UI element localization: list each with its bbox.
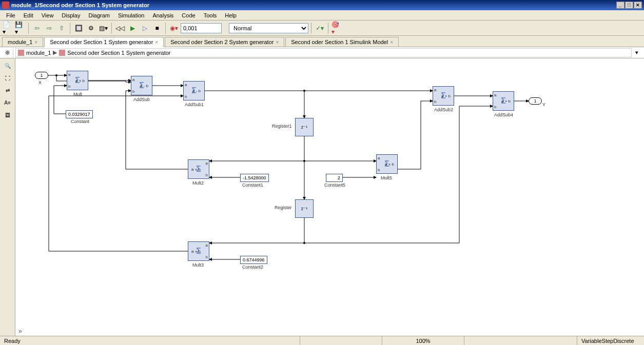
menu-view[interactable]: View xyxy=(37,11,58,19)
menu-simulation[interactable]: Simulation xyxy=(114,11,148,19)
close-icon[interactable]: × xyxy=(34,39,37,45)
model-icon xyxy=(18,50,24,56)
close-icon[interactable]: × xyxy=(155,39,158,45)
minimize-button[interactable]: _ xyxy=(616,2,625,9)
title-bar: module_1/Second oder Section 1 System ge… xyxy=(0,0,644,10)
inport-label: X xyxy=(38,80,42,85)
block-register1[interactable]: z⁻¹ xyxy=(295,118,314,136)
library-browser-button[interactable]: 🔲 xyxy=(73,23,84,34)
chevron-right-icon: ▶ xyxy=(53,49,57,56)
block-addsub2[interactable]: a b Σ a + b xyxy=(433,86,454,106)
save-button[interactable]: 💾▾ xyxy=(14,23,26,34)
stop-button[interactable]: ■ xyxy=(151,23,163,34)
block-mult3[interactable]: a b Σ a × b xyxy=(188,241,209,261)
app-icon xyxy=(2,2,9,9)
status-bar: Ready 100% VariableStepDiscrete xyxy=(0,336,644,345)
svg-point-2 xyxy=(303,90,305,92)
window-title: module_1/Second oder Section 1 System ge… xyxy=(11,2,616,8)
menu-diagram[interactable]: Diagram xyxy=(84,11,114,19)
menu-help[interactable]: Help xyxy=(221,11,241,19)
tab-module-1[interactable]: module_1 × xyxy=(2,37,43,47)
subsystem-icon xyxy=(59,50,65,56)
inport-x[interactable]: 1 xyxy=(35,72,48,79)
explorer-button[interactable]: ▤▾ xyxy=(97,23,109,34)
register-label: Register xyxy=(275,205,292,210)
breadcrumb-root[interactable]: module_1 xyxy=(26,50,51,56)
addsub1-label: AddSub1 xyxy=(185,102,204,107)
status-solver: VariableStepDiscrete xyxy=(577,336,644,345)
forward-button[interactable]: ⇨ xyxy=(44,23,55,34)
status-zoom[interactable]: 100% xyxy=(382,336,464,345)
zoom-icon[interactable]: 🔍 xyxy=(3,60,13,71)
svg-point-3 xyxy=(303,160,305,162)
register1-label: Register1 xyxy=(272,124,292,129)
step-back-button[interactable]: ◁◁ xyxy=(114,23,126,34)
menu-analysis[interactable]: Analysis xyxy=(148,11,178,19)
block-register[interactable]: z⁻¹ xyxy=(295,199,314,218)
menu-code[interactable]: Code xyxy=(178,11,199,19)
close-button[interactable]: ✕ xyxy=(634,2,642,9)
mult3-label: Mult3 xyxy=(192,262,204,268)
menu-file[interactable]: File xyxy=(2,11,19,19)
annotation-icon[interactable]: A≡ xyxy=(3,97,13,108)
close-icon[interactable]: × xyxy=(276,39,279,45)
new-button[interactable]: 📄▾ xyxy=(2,23,13,34)
addsub4-label: AddSub4 xyxy=(494,112,513,117)
addsub-label: AddSub xyxy=(133,97,150,102)
block-constant2[interactable]: 0.6744996 xyxy=(240,256,267,264)
close-icon[interactable]: × xyxy=(390,39,393,45)
toolbar: 📄▾ 💾▾ ⇦ ⇨ ⇧ 🔲 ⚙ ▤▾ ◁◁ ▶ ▷ ■ ◉▾ Normal ✓▾… xyxy=(0,21,644,36)
mult-label: Mult xyxy=(73,92,82,97)
block-addsub[interactable]: a b Σ a - b xyxy=(131,76,152,95)
maximize-button[interactable]: □ xyxy=(625,2,633,9)
block-addsub1[interactable]: a b Σ a - b xyxy=(183,81,205,100)
sim-mode-select[interactable]: Normal xyxy=(229,23,308,33)
addsub2-label: AddSub2 xyxy=(434,107,453,112)
breadcrumb-dropdown[interactable]: ▾ xyxy=(632,49,642,56)
block-addsub4[interactable]: a b Σ a + b xyxy=(493,91,514,111)
menu-edit[interactable]: Edit xyxy=(19,11,37,19)
mult5-label: Mult5 xyxy=(381,175,392,180)
build-button[interactable]: ✓▾ xyxy=(314,23,325,34)
back-button[interactable]: ⇦ xyxy=(31,23,43,34)
run-button[interactable]: ▶ xyxy=(127,23,138,34)
tab-section-2-sysgen[interactable]: Second oder Section 2 System generator × xyxy=(165,37,284,47)
block-mult2[interactable]: a b Σ a × b xyxy=(188,159,209,179)
signal-wires xyxy=(15,58,644,336)
stop-time-input[interactable] xyxy=(181,23,222,33)
block-mult5[interactable]: a b Σ a × b xyxy=(376,154,398,174)
breadcrumb-bar: ⊛ module_1 ▶ Second oder Section 1 Syste… xyxy=(0,47,644,58)
menu-display[interactable]: Display xyxy=(57,11,84,19)
mult2-label: Mult2 xyxy=(192,180,204,186)
constant5-label: Constant5 xyxy=(324,182,345,188)
constant2-label: Constant2 xyxy=(242,265,263,270)
up-button[interactable]: ⇧ xyxy=(56,23,67,34)
model-config-button[interactable]: ⚙ xyxy=(85,23,96,34)
expand-icon[interactable]: » xyxy=(18,328,22,335)
block-constant[interactable]: 0.0329017 xyxy=(66,110,93,118)
tab-section-1-simulink[interactable]: Second oder Section 1 Simulink Model × xyxy=(285,37,399,47)
main-area: 🔍 ⛶ ⇄ A≡ 🖼 xyxy=(0,58,644,336)
target-button[interactable]: 🎯▾ xyxy=(331,23,342,34)
canvas[interactable]: 1 X a b Σ a × b Mult 0.0329017 Constant … xyxy=(15,58,644,336)
breadcrumb-current[interactable]: Second oder Section 1 System generator xyxy=(67,50,170,56)
fit-icon[interactable]: ⛶ xyxy=(3,73,13,83)
outport-label: Y xyxy=(542,102,545,107)
block-constant1[interactable]: -1.5428000 xyxy=(240,174,269,182)
menu-tools[interactable]: Tools xyxy=(200,11,221,19)
svg-point-4 xyxy=(303,242,305,244)
block-mult[interactable]: a b Σ a × b xyxy=(67,71,88,90)
model-browser-toggle[interactable]: ⊛ xyxy=(2,48,13,57)
record-button[interactable]: ◉▾ xyxy=(168,23,180,34)
breadcrumb[interactable]: module_1 ▶ Second oder Section 1 System … xyxy=(15,48,632,57)
step-forward-button[interactable]: ▷ xyxy=(139,23,150,34)
constant1-label: Constant1 xyxy=(242,182,263,188)
outport-y[interactable]: 1 xyxy=(529,97,542,105)
svg-point-1 xyxy=(55,74,57,76)
menu-bar: File Edit View Display Diagram Simulatio… xyxy=(0,10,644,21)
block-constant5[interactable]: 2 xyxy=(326,174,343,182)
tab-section-1-sysgen[interactable]: Second oder Section 1 System generator × xyxy=(44,37,164,47)
swap-icon[interactable]: ⇄ xyxy=(3,85,13,95)
image-icon[interactable]: 🖼 xyxy=(3,110,13,120)
constant-label: Constant xyxy=(71,119,89,124)
